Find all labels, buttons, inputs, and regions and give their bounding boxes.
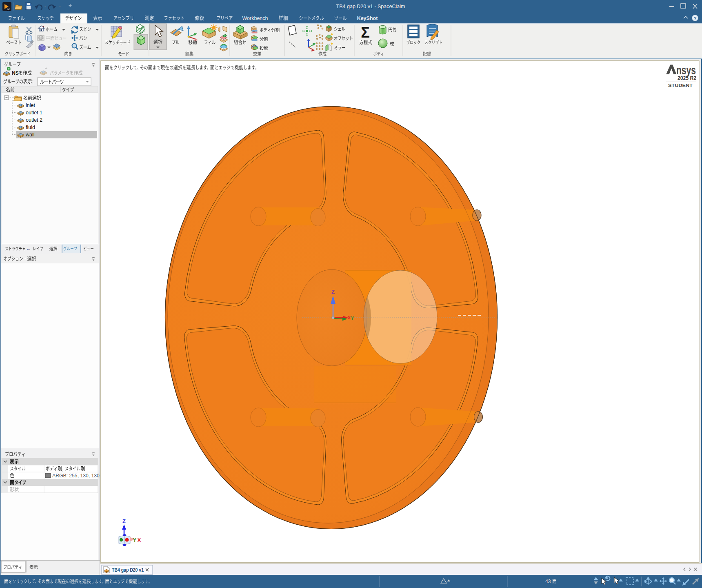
svg-text:sc: sc [7, 8, 10, 11]
svg-text:outlet 2: outlet 2 [26, 117, 42, 123]
svg-text:wall: wall [25, 132, 35, 138]
svg-text:?: ? [694, 16, 697, 21]
svg-text:Z: Z [331, 289, 335, 295]
svg-text:fluid: fluid [26, 125, 35, 130]
svg-text:Y: Y [133, 537, 136, 543]
svg-text:KeyShot: KeyShot [357, 16, 378, 21]
svg-text:43: 43 [545, 579, 551, 584]
svg-text:NS: NS [12, 70, 19, 76]
svg-text:Z: Z [122, 518, 126, 524]
svg-text:outlet 1: outlet 1 [26, 110, 42, 116]
svg-text:X: X [348, 315, 351, 320]
svg-text:Σ: Σ [361, 24, 370, 41]
svg-text:ARGB: 255, 130, 130,: ARGB: 255, 130, 130, [52, 473, 101, 479]
svg-text:Y: Y [351, 316, 354, 321]
svg-text:TB4 gap D20 v1 - SpaceClaim: TB4 gap D20 v1 - SpaceClaim [336, 4, 405, 9]
svg-text:X: X [138, 537, 141, 543]
svg-text:Workbench: Workbench [242, 16, 268, 21]
svg-text:STUDENT: STUDENT [668, 83, 693, 88]
svg-text:2025 R2: 2025 R2 [678, 75, 696, 81]
svg-text:...: ... [27, 246, 31, 251]
svg-text:inlet: inlet [26, 102, 35, 108]
svg-text:TB4 gap D20 v1: TB4 gap D20 v1 [112, 567, 144, 573]
